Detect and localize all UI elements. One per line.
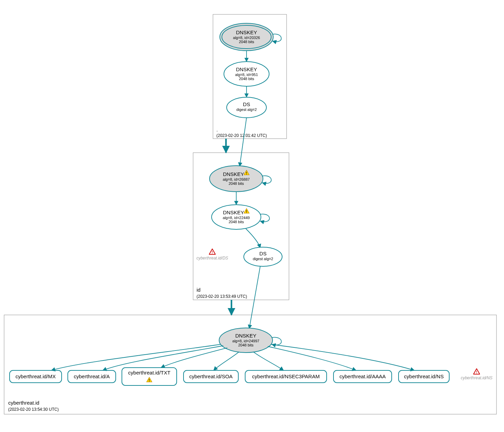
node-tld-zsk: DNSKEY ! alg=8, id=22449 2048 bits: [212, 205, 261, 229]
svg-text:digest alg=2: digest alg=2: [253, 257, 273, 261]
edge-dom-ns: [271, 344, 414, 370]
svg-text:DNSKEY: DNSKEY: [235, 333, 256, 339]
zone-domain-time: (2023-02-20 13:54:30 UTC): [8, 407, 59, 412]
node-tld-ds: DS digest alg=2: [244, 247, 282, 266]
zone-root-name: .: [216, 127, 218, 132]
zone-root-time: (2023-02-20 12:01:42 UTC): [216, 133, 267, 138]
svg-text:DNSKEY: DNSKEY: [236, 66, 257, 72]
svg-text:2048 bits: 2048 bits: [238, 343, 254, 347]
svg-text:alg=8, id=951: alg=8, id=951: [235, 73, 258, 77]
node-tld-ksk: DNSKEY ! alg=8, id=26887 2048 bits: [210, 166, 263, 192]
svg-text:!: !: [149, 379, 150, 382]
svg-text:DS: DS: [260, 251, 267, 256]
svg-text:alg=8, id=22449: alg=8, id=22449: [223, 216, 250, 220]
missing-tld-ds: ! cyberthreat.id/DS: [197, 249, 228, 261]
zone-tld-name: id: [197, 287, 201, 293]
dnssec-graph: . (2023-02-20 12:01:42 UTC) DNSKEY alg=8…: [0, 0, 504, 432]
error-icon: !: [209, 249, 215, 254]
svg-text:cyberthreat.id/AAAA: cyberthreat.id/AAAA: [339, 373, 386, 379]
edge-tld-zsk-ds: [246, 229, 260, 248]
edge-tld-zsk-self: [260, 214, 269, 221]
svg-text:cyberthreat.id/NSEC3PARAM: cyberthreat.id/NSEC3PARAM: [252, 373, 319, 379]
svg-text:DS: DS: [243, 101, 250, 107]
edge-dom-nsec3: [253, 352, 284, 370]
edge-tld-ds-to-dom-ksk: [249, 266, 260, 329]
svg-text:cyberthreat.id/NS: cyberthreat.id/NS: [404, 373, 444, 379]
node-dom-ksk: DNSKEY alg=8, id=24997 2048 bits: [219, 328, 273, 353]
node-root-zsk: DNSKEY alg=8, id=951 2048 bits: [224, 62, 269, 86]
edge-dom-soa: [214, 352, 239, 370]
svg-text:cyberthreat.id/SOA: cyberthreat.id/SOA: [189, 373, 233, 379]
svg-text:!: !: [246, 171, 247, 175]
svg-text:DNSKEY: DNSKEY: [236, 29, 257, 35]
svg-text:!: !: [212, 251, 213, 254]
svg-text:alg=8, id=26887: alg=8, id=26887: [223, 177, 250, 181]
svg-text:cyberthreat.id/DS: cyberthreat.id/DS: [197, 256, 228, 261]
svg-text:cyberthreat.id/NS: cyberthreat.id/NS: [461, 376, 493, 380]
error-icon: !: [474, 369, 480, 374]
svg-text:cyberthreat.id/MX: cyberthreat.id/MX: [15, 373, 56, 379]
svg-text:!: !: [476, 370, 477, 374]
edge-root-ds-to-tld-ksk: [240, 118, 247, 166]
edge-dom-mx: [51, 344, 220, 370]
svg-text:DNSKEY: DNSKEY: [223, 209, 244, 215]
svg-text:2048 bits: 2048 bits: [229, 181, 244, 186]
svg-text:DNSKEY: DNSKEY: [223, 171, 244, 177]
edge-dom-ksk-self: [272, 337, 281, 345]
svg-text:2048 bits: 2048 bits: [239, 77, 254, 81]
svg-text:2048 bits: 2048 bits: [239, 40, 254, 44]
svg-text:alg=8, id=20326: alg=8, id=20326: [233, 36, 260, 40]
missing-dom-ns: ! cyberthreat.id/NS: [461, 369, 493, 380]
node-root-ksk: DNSKEY alg=8, id=20326 2048 bits: [220, 23, 273, 51]
edge-tld-ksk-self: [262, 176, 271, 183]
svg-text:!: !: [246, 210, 247, 214]
node-root-ds: DS digest alg=2: [227, 97, 266, 118]
svg-text:cyberthreat.id/A: cyberthreat.id/A: [74, 373, 110, 379]
zone-tld-time: (2023-02-20 13:53:49 UTC): [197, 294, 247, 299]
svg-text:alg=8, id=24997: alg=8, id=24997: [232, 339, 260, 343]
edge-root-ksk-self: [273, 34, 281, 41]
svg-text:2048 bits: 2048 bits: [229, 220, 244, 224]
svg-text:digest alg=2: digest alg=2: [236, 107, 257, 112]
svg-text:cyberthreat.id/TXT: cyberthreat.id/TXT: [128, 370, 170, 376]
zone-domain-name: cyberthreat.id: [8, 400, 39, 406]
